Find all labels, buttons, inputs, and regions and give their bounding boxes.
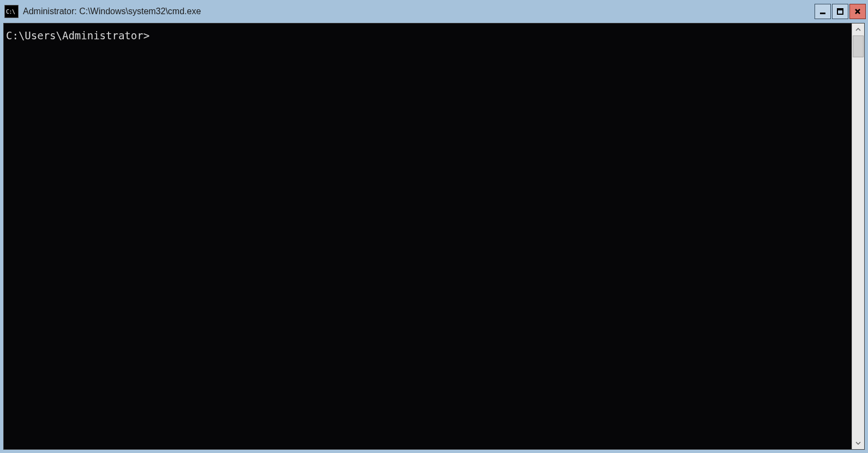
scroll-thumb[interactable] (853, 35, 864, 57)
maximize-icon (836, 8, 844, 15)
cmd-window: C:\ Administrator: C:\Windows\system32\c… (0, 0, 868, 453)
client-area: C:\Users\Administrator> (3, 23, 865, 450)
close-button[interactable] (849, 4, 866, 19)
minimize-button[interactable] (815, 4, 831, 19)
scroll-track[interactable] (852, 35, 864, 437)
chevron-up-icon (855, 27, 861, 32)
svg-rect-2 (837, 9, 843, 10)
minimize-icon (819, 8, 827, 15)
close-icon (854, 8, 861, 15)
window-controls (813, 4, 866, 19)
scroll-down-button[interactable] (852, 437, 864, 449)
cmd-icon: C:\ (4, 5, 19, 18)
title-bar[interactable]: C:\ Administrator: C:\Windows\system32\c… (1, 1, 867, 22)
window-title: Administrator: C:\Windows\system32\cmd.e… (23, 7, 809, 16)
maximize-button[interactable] (832, 4, 848, 19)
chevron-down-icon (855, 440, 861, 446)
svg-rect-0 (820, 13, 825, 14)
prompt-text: C:\Users\Administrator> (6, 29, 149, 41)
vertical-scrollbar[interactable] (852, 23, 864, 449)
scroll-up-button[interactable] (852, 23, 864, 35)
console-output[interactable]: C:\Users\Administrator> (4, 23, 852, 449)
